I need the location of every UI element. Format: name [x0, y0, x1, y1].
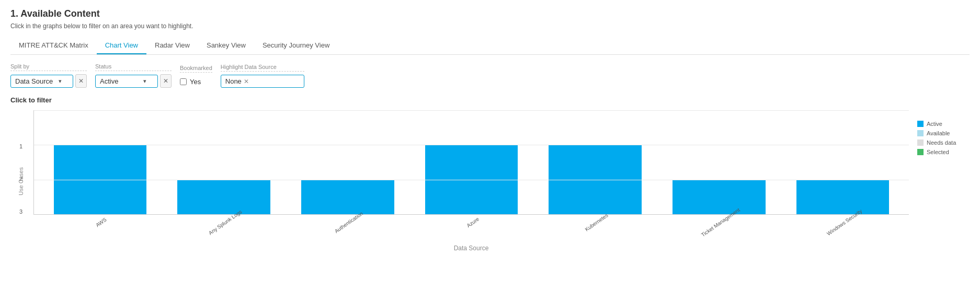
grid-line-3 — [34, 110, 909, 111]
bar-ticket-management[interactable] — [673, 180, 766, 214]
bar-labels: AWSAny Splunk LogsAuthenticationAzureKub… — [33, 218, 909, 226]
legend-selected-color — [917, 149, 924, 155]
highlight-group: Highlight Data Source None ✕ — [221, 64, 304, 88]
bookmarked-label: Bookmarked — [180, 65, 212, 73]
tab-sankey[interactable]: Sankey View — [198, 37, 254, 54]
bar-any-splunk-logs[interactable] — [177, 180, 270, 214]
click-to-filter-label: Click to filter — [10, 96, 970, 104]
tab-chart[interactable]: Chart View — [97, 37, 146, 54]
status-clear[interactable]: ✕ — [160, 74, 172, 88]
highlight-clear-icon[interactable]: ✕ — [244, 78, 249, 85]
bookmarked-yes-text: Yes — [190, 78, 201, 86]
bar-windows-security[interactable] — [796, 180, 890, 214]
split-by-clear[interactable]: ✕ — [75, 74, 87, 88]
highlight-input[interactable]: None ✕ — [221, 75, 304, 88]
legend-active: Active — [917, 121, 965, 127]
y-axis-label: Use Cases — [18, 167, 24, 195]
bar-group[interactable] — [162, 110, 286, 214]
highlight-value: None — [225, 77, 242, 85]
bar-label-aws: AWS — [95, 217, 108, 228]
tab-journey[interactable]: Security Journey View — [254, 37, 338, 54]
legend-available: Available — [917, 130, 965, 136]
bar-group[interactable] — [781, 110, 905, 214]
split-by-group: Split by Data Source Tactic Technique ✕ — [10, 63, 87, 88]
bar-group[interactable] — [286, 110, 409, 214]
legend-selected: Selected — [917, 149, 965, 155]
bookmarked-checkbox-label[interactable]: Yes — [180, 76, 201, 88]
tab-radar[interactable]: Radar View — [146, 37, 198, 54]
status-label: Status — [95, 63, 172, 71]
bar-group[interactable] — [657, 110, 781, 214]
chart-main: Use Cases 3 2 1 0 — [10, 110, 909, 252]
tab-mitre[interactable]: MITRE ATT&CK Matrix — [10, 37, 97, 54]
bar-group[interactable] — [38, 110, 162, 214]
legend-selected-label: Selected — [927, 149, 949, 155]
highlight-label: Highlight Data Source — [221, 64, 304, 72]
highlight-tag: None ✕ — [225, 77, 249, 85]
bookmarked-checkbox[interactable] — [180, 78, 187, 85]
bar-authentication[interactable] — [301, 180, 394, 214]
tab-bar: MITRE ATT&CK Matrix Chart View Radar Vie… — [10, 37, 970, 55]
y-axis-ticks: 3 2 1 0 — [19, 110, 22, 215]
bar-group[interactable] — [409, 110, 533, 214]
legend-needs-data: Needs data — [917, 140, 965, 146]
filters-row: Split by Data Source Tactic Technique ✕ … — [10, 63, 970, 88]
legend-available-color — [917, 130, 924, 136]
legend-needs-data-color — [917, 140, 924, 146]
chart-container: Use Cases 3 2 1 0 — [10, 110, 970, 252]
chart-legend: Active Available Needs data Selected — [917, 110, 970, 252]
page-subtitle: Click in the graphs below to filter on a… — [10, 22, 970, 30]
bar-label-azure: Azure — [465, 216, 480, 229]
status-group: Status Active Available Needs data Selec… — [95, 63, 172, 88]
page-title: 1. Available Content — [10, 8, 970, 19]
split-by-label: Split by — [10, 63, 87, 71]
grid-line-1 — [34, 180, 909, 180]
legend-active-label: Active — [927, 121, 942, 127]
bars-container — [34, 110, 909, 214]
legend-needs-data-label: Needs data — [927, 140, 956, 146]
bar-label-kubernetes: Kubernetes — [584, 212, 609, 232]
split-by-select[interactable]: Data Source Tactic Technique — [10, 75, 73, 88]
x-axis-label: Data Source — [33, 245, 909, 252]
bar-group[interactable] — [533, 110, 657, 214]
legend-active-color — [917, 121, 924, 127]
bookmarked-group: Bookmarked Yes — [180, 65, 212, 88]
status-select[interactable]: Active Available Needs data Selected — [95, 75, 158, 88]
legend-available-label: Available — [927, 130, 950, 136]
grid-line-2 — [34, 145, 909, 145]
